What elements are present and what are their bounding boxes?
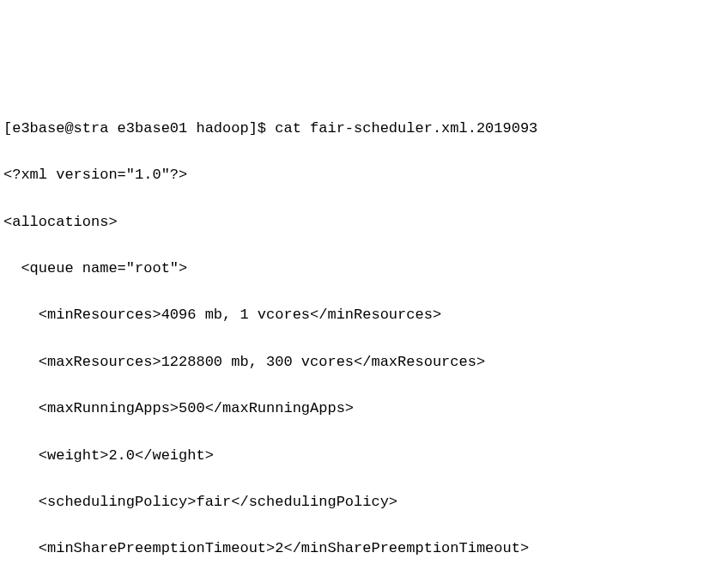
- shell-prompt-line: [e3base@stra e3base01 hadoop]$ cat fair-…: [3, 117, 725, 140]
- xml-declaration: <?xml version="1.0"?>: [3, 163, 725, 186]
- xml-line: <schedulingPolicy>fair</schedulingPolicy…: [3, 490, 725, 513]
- xml-line: <minSharePreemptionTimeout>2</minSharePr…: [3, 537, 725, 560]
- xml-line: <minResources>4096 mb, 1 vcores</minReso…: [3, 303, 725, 326]
- terminal-output: [e3base@stra e3base01 hadoop]$ cat fair-…: [0, 94, 728, 577]
- xml-line: <allocations>: [3, 210, 725, 234]
- xml-line: <maxResources>1228800 mb, 300 vcores</ma…: [3, 350, 725, 374]
- xml-line: <maxRunningApps>500</maxRunningApps>: [3, 397, 725, 420]
- xml-line: <queue name="root">: [3, 257, 725, 280]
- xml-line: <weight>2.0</weight>: [3, 444, 725, 467]
